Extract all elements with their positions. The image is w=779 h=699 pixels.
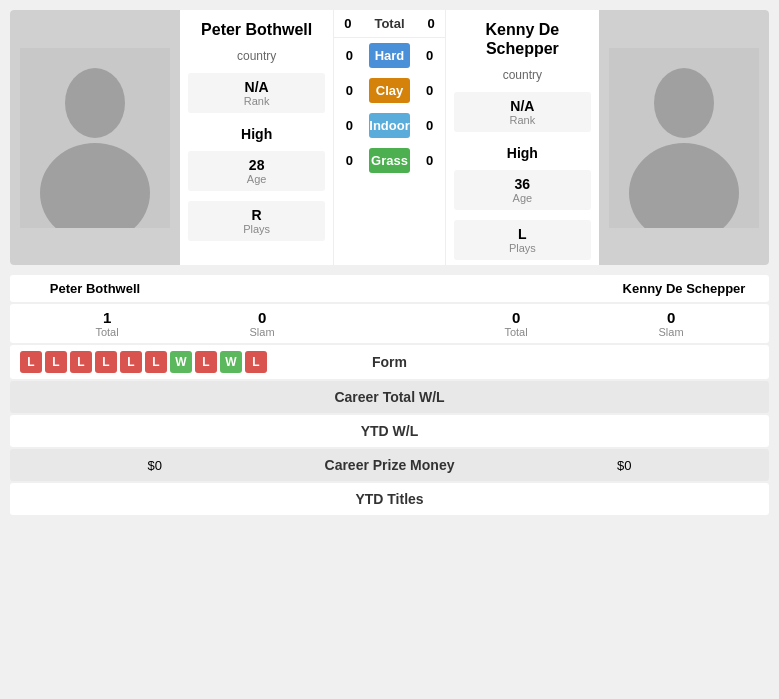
indoor-right-score: 0 xyxy=(415,118,445,133)
left-high: High xyxy=(180,118,333,146)
left-plays-label: Plays xyxy=(196,223,317,235)
left-stats-names xyxy=(200,279,380,298)
clay-row: 0 Clay 0 xyxy=(334,73,444,108)
right-plays-label: Plays xyxy=(462,242,583,254)
form-badges: LLLLLLWLWL xyxy=(20,351,315,373)
left-scores: 1 Total 0 Slam xyxy=(10,304,360,343)
indoor-row: 0 Indoor 0 xyxy=(334,108,444,143)
right-avatar-panel xyxy=(599,10,769,265)
form-badge-5: L xyxy=(145,351,167,373)
left-rank-label: Rank xyxy=(196,95,317,107)
grass-right-score: 0 xyxy=(415,153,445,168)
form-badge-9: L xyxy=(245,351,267,373)
bottom-section: LLLLLLWLWL Form Career Total W/L YTD W/L… xyxy=(10,345,769,515)
left-total-lbl: Total xyxy=(95,326,118,338)
right-country: country xyxy=(446,63,599,87)
right-rank-block: N/A Rank xyxy=(454,92,591,132)
grass-row: 0 Grass 0 xyxy=(334,143,444,178)
right-stats-names xyxy=(399,279,579,298)
right-player-panel: Kenny De Schepper country N/A Rank High … xyxy=(445,10,599,265)
left-rank-value: N/A xyxy=(196,79,317,95)
player-comparison: Peter Bothwell country N/A Rank High 28 … xyxy=(10,10,769,265)
form-row: LLLLLLWLWL Form xyxy=(10,345,769,379)
form-label: Form xyxy=(315,354,465,370)
left-slam-block: 0 Slam xyxy=(250,309,275,338)
left-plays-block: R Plays xyxy=(188,201,325,241)
left-age-block: 28 Age xyxy=(188,151,325,191)
left-age-value: 28 xyxy=(196,157,317,173)
right-age-value: 36 xyxy=(462,176,583,192)
form-badge-6: W xyxy=(170,351,192,373)
left-total-num: 1 xyxy=(95,309,118,326)
indoor-button[interactable]: Indoor xyxy=(369,113,409,138)
scores-full-row: 1 Total 0 Slam 0 Total 0 Slam xyxy=(10,304,769,343)
indoor-left-score: 0 xyxy=(334,118,364,133)
left-player-panel: Peter Bothwell country N/A Rank High 28 … xyxy=(180,10,334,265)
form-badge-8: W xyxy=(220,351,242,373)
form-badge-4: L xyxy=(120,351,142,373)
total-label: Total xyxy=(374,16,404,31)
left-total-block: 1 Total xyxy=(95,309,118,338)
form-badge-3: L xyxy=(95,351,117,373)
right-scores: 0 Total 0 Slam xyxy=(419,304,769,343)
hard-right-score: 0 xyxy=(415,48,445,63)
career-total-row: Career Total W/L xyxy=(10,381,769,413)
ytd-titles-row: YTD Titles xyxy=(10,483,769,515)
right-slam-num: 0 xyxy=(659,309,684,326)
right-age-block: 36 Age xyxy=(454,170,591,210)
right-plays-block: L Plays xyxy=(454,220,591,260)
clay-right-score: 0 xyxy=(415,83,445,98)
right-slam-block: 0 Slam xyxy=(659,309,684,338)
prize-left: $0 xyxy=(20,458,290,473)
left-slam-lbl: Slam xyxy=(250,326,275,338)
right-avatar xyxy=(609,48,759,228)
prize-money-row: $0 Career Prize Money $0 xyxy=(10,449,769,481)
clay-button[interactable]: Clay xyxy=(369,78,409,103)
right-player-name: Kenny De Schepper xyxy=(446,10,599,63)
center-stats: 0 Total 0 0 Hard 0 0 Clay 0 0 Indoor 0 xyxy=(334,10,444,265)
left-slam-num: 0 xyxy=(250,309,275,326)
svg-point-1 xyxy=(65,68,125,138)
total-left-score: 0 xyxy=(344,16,351,31)
career-total-label: Career Total W/L xyxy=(290,389,490,405)
right-total-num: 0 xyxy=(504,309,527,326)
left-avatar xyxy=(20,48,170,228)
form-badge-7: L xyxy=(195,351,217,373)
hard-row: 0 Hard 0 xyxy=(334,38,444,73)
left-bottom-name: Peter Bothwell xyxy=(10,279,180,298)
left-plays-value: R xyxy=(196,207,317,223)
left-avatar-panel xyxy=(10,10,180,265)
clay-left-score: 0 xyxy=(334,83,364,98)
left-country: country xyxy=(180,44,333,68)
right-bottom-name: Kenny De Schepper xyxy=(599,279,769,298)
total-row: 0 Total 0 xyxy=(334,10,444,38)
left-age-label: Age xyxy=(196,173,317,185)
player-names-row: Peter Bothwell Kenny De Schepper xyxy=(10,275,769,302)
form-badge-0: L xyxy=(20,351,42,373)
form-badge-2: L xyxy=(70,351,92,373)
left-player-name: Peter Bothwell xyxy=(180,10,333,44)
prize-right: $0 xyxy=(490,458,760,473)
right-slam-lbl: Slam xyxy=(659,326,684,338)
hard-button[interactable]: Hard xyxy=(369,43,409,68)
right-rank-label: Rank xyxy=(462,114,583,126)
grass-button[interactable]: Grass xyxy=(369,148,409,173)
prize-label: Career Prize Money xyxy=(290,457,490,473)
grass-left-score: 0 xyxy=(334,153,364,168)
form-badge-1: L xyxy=(45,351,67,373)
ytd-titles-label: YTD Titles xyxy=(355,491,423,507)
hard-left-score: 0 xyxy=(334,48,364,63)
right-total-lbl: Total xyxy=(504,326,527,338)
right-age-label: Age xyxy=(462,192,583,204)
left-rank-block: N/A Rank xyxy=(188,73,325,113)
right-plays-value: L xyxy=(462,226,583,242)
total-right-score: 0 xyxy=(427,16,434,31)
right-total-block: 0 Total xyxy=(504,309,527,338)
right-high: High xyxy=(446,137,599,165)
svg-point-4 xyxy=(654,68,714,138)
ytd-wl-label: YTD W/L xyxy=(361,423,419,439)
ytd-wl-row: YTD W/L xyxy=(10,415,769,447)
main-container: Peter Bothwell country N/A Rank High 28 … xyxy=(0,10,779,515)
right-rank-value: N/A xyxy=(462,98,583,114)
